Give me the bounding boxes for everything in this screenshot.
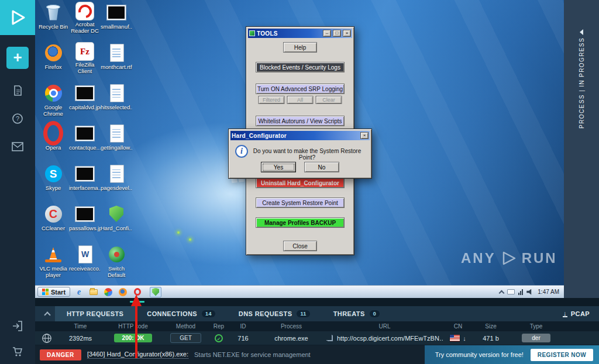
panel-tabs: HTTP REQUESTS CONNECTIONS 14 DNS REQUEST…: [35, 306, 599, 321]
desktop-icon-pagesdevel[interactable]: pagesdevel...: [101, 164, 132, 204]
close-button[interactable]: Close: [283, 241, 317, 251]
hard-configurator-dialog[interactable]: Hard_Configurator × i Do you want to mak…: [228, 129, 372, 179]
tab-label: THREATS: [333, 310, 365, 317]
register-now-button[interactable]: REGISTER NOW: [531, 349, 593, 361]
svg-text:?: ?: [16, 115, 19, 122]
help-icon[interactable]: ?: [11, 112, 24, 125]
taskbar-opera-icon[interactable]: [132, 287, 143, 297]
all-button[interactable]: All: [287, 96, 314, 104]
desktop-icon-passallows[interactable]: passallows.jpg: [69, 204, 101, 244]
desktop-icon-filezilla[interactable]: FileZilla Client: [69, 43, 101, 83]
filezilla-icon: [76, 43, 94, 60]
tab-dns-requests[interactable]: DNS REQUESTS 11: [227, 306, 322, 321]
blocked-events-button[interactable]: Blocked Events / Security Logs: [256, 62, 345, 72]
vlc-icon: [43, 244, 63, 264]
desktop-icon-acrobat[interactable]: Acrobat Reader DC: [69, 2, 101, 43]
row-country: ↓: [443, 335, 473, 342]
dialog-buttons: Yes No: [230, 162, 370, 172]
vm-screen[interactable]: Recycle Bin Firefox Google Chrome Opera …: [35, 0, 564, 298]
help-button[interactable]: Help: [283, 42, 317, 53]
create-restore-point-button[interactable]: Create System Restore Point: [256, 197, 345, 208]
desktop-icon-hitsselected[interactable]: hitsselected...: [101, 83, 132, 123]
minimize-icon[interactable]: –: [323, 30, 331, 37]
collapse-left-icon: [580, 29, 583, 35]
desktop-icon-receiveacco[interactable]: receiveacco...: [69, 244, 101, 285]
tools-titlebar[interactable]: TOOLS – □ ×: [248, 29, 352, 38]
cart-icon[interactable]: [11, 345, 24, 358]
desktop-icon-smallmanuf[interactable]: smallmanuf...: [101, 2, 132, 43]
maximize-icon[interactable]: □: [333, 30, 341, 37]
document-icon: [106, 43, 126, 63]
dialog-titlebar[interactable]: Hard_Configurator ×: [230, 131, 370, 140]
desktop-icon-skype[interactable]: Skype: [37, 164, 69, 204]
row-http-code: 200: OK: [102, 334, 164, 342]
col-rep: Rep: [208, 323, 230, 330]
tab-http-requests[interactable]: HTTP REQUESTS: [55, 306, 135, 321]
shield-icon: [106, 204, 126, 224]
desktop-icon-gettingallow[interactable]: gettingallow...: [101, 123, 132, 164]
no-button[interactable]: No: [304, 162, 339, 172]
clear-button[interactable]: Clear: [316, 96, 342, 104]
tab-connections[interactable]: CONNECTIONS 14: [135, 306, 227, 321]
desktop-icon-firefox[interactable]: Firefox: [37, 43, 69, 83]
tools-window-icon: [249, 30, 255, 36]
whitelist-autoruns-button[interactable]: Whitelist Autoruns / View Scripts: [256, 116, 345, 126]
desktop-icon-switch-default-deny[interactable]: Switch Default Deny: [101, 244, 132, 285]
danger-badge: DANGER: [40, 349, 81, 360]
taskbar-firefox-icon[interactable]: [117, 287, 129, 297]
taskbar-clock[interactable]: 1:47 AM: [536, 289, 559, 295]
desktop-icon-interfacema[interactable]: interfacema...: [69, 164, 101, 204]
keyboard-icon[interactable]: [507, 289, 515, 294]
desktop-icon-monthcart[interactable]: monthcart.rtf: [101, 43, 132, 83]
uninstall-button[interactable]: Uninstall Hard_Configurator: [256, 178, 345, 188]
pcap-download-button[interactable]: ↓ PCAP: [563, 306, 590, 321]
collapse-panel-icon[interactable]: [40, 306, 55, 321]
start-button[interactable]: Start: [37, 287, 70, 297]
anyrun-logo[interactable]: [0, 0, 35, 35]
image-thumbnail-icon: [75, 123, 95, 143]
desktop-icon-capitaldvd[interactable]: capitaldvd.jpg: [69, 83, 101, 123]
tab-threats[interactable]: THREATS 0: [322, 306, 391, 321]
desktop-icon-chrome[interactable]: Google Chrome: [37, 83, 69, 123]
windows-taskbar[interactable]: Start e 1:47 AM: [35, 285, 564, 298]
panel-top-strip: [35, 298, 599, 306]
process-status-strip[interactable]: PROCESS | IN PROGRESS: [564, 0, 599, 298]
anyrun-sandbox-window: + ? PROCESS | IN PROGRESS: [0, 0, 599, 364]
tasks-icon[interactable]: [11, 84, 24, 97]
windows-flag-icon: [42, 289, 49, 295]
pcap-label: PCAP: [571, 310, 590, 317]
copy-icon[interactable]: [328, 335, 333, 341]
srp-logging-button[interactable]: Turn ON Advanced SRP Logging: [256, 84, 345, 94]
dialog-close-icon[interactable]: ×: [360, 132, 369, 139]
taskbar-hard-configurator-icon[interactable]: [150, 287, 161, 297]
image-thumbnail-icon: [75, 204, 95, 224]
volume-icon[interactable]: [526, 289, 533, 295]
desktop-icon-ccleaner[interactable]: CCleaner: [37, 204, 69, 244]
desktop-icon-hard-configurator[interactable]: Hard_Confi...: [101, 204, 132, 244]
manage-profiles-backup-button[interactable]: Manage Profiles BACKUP: [256, 217, 345, 228]
taskbar-ie-icon[interactable]: e: [73, 287, 85, 297]
desktop-icon-contactque[interactable]: contactque...: [69, 123, 101, 164]
close-icon[interactable]: ×: [343, 30, 351, 37]
filtered-button[interactable]: Filtered: [259, 96, 285, 104]
col-method: Method: [164, 323, 208, 330]
mail-icon[interactable]: [11, 140, 24, 153]
image-thumbnail-icon: [75, 83, 95, 103]
tray-expand-icon[interactable]: [499, 290, 505, 296]
desktop-icon-vlc[interactable]: VLC media player: [37, 244, 69, 285]
taskbar-explorer-icon[interactable]: [88, 287, 99, 297]
sign-in-icon[interactable]: [11, 320, 24, 332]
network-icon[interactable]: [518, 289, 523, 295]
network-panel: HTTP REQUESTS CONNECTIONS 14 DNS REQUEST…: [35, 298, 599, 364]
firefox-icon: [43, 43, 63, 63]
table-row[interactable]: 2392ms 200: OK GET ✔ 716 chrome.exe http…: [35, 331, 599, 345]
desktop-icon-opera[interactable]: Opera: [37, 123, 69, 164]
new-task-button[interactable]: +: [6, 47, 29, 69]
promo-section: Try community version for free! REGISTER…: [425, 345, 599, 364]
taskbar-chrome-icon[interactable]: [102, 287, 114, 297]
yes-button[interactable]: Yes: [261, 162, 296, 172]
windows-desktop[interactable]: Recycle Bin Firefox Google Chrome Opera …: [35, 0, 564, 285]
desktop-icon-recycle-bin[interactable]: Recycle Bin: [37, 2, 69, 43]
process-link[interactable]: [3460] Hard_Configurator(x86).exe:: [87, 351, 188, 359]
start-label: Start: [51, 289, 66, 296]
